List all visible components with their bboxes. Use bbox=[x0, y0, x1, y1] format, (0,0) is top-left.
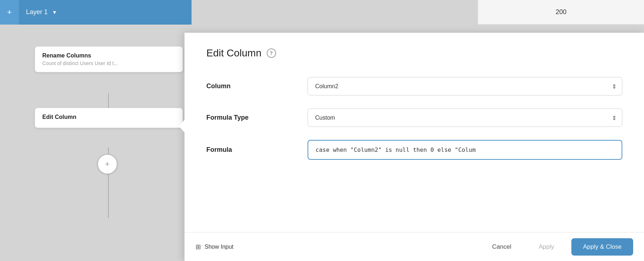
formula-input[interactable] bbox=[308, 140, 622, 160]
rename-columns-node[interactable]: Rename Columns Count of distinct Users U… bbox=[35, 46, 183, 72]
column-width-value: 200 bbox=[555, 8, 566, 16]
add-layer-button[interactable]: + bbox=[0, 0, 19, 25]
show-input-label: Show Input bbox=[205, 244, 233, 250]
dialog-title-row: Edit Column ? bbox=[206, 47, 622, 59]
connector-line-2 bbox=[108, 93, 109, 110]
help-icon-label: ? bbox=[270, 50, 273, 56]
right-number-area: 200 bbox=[478, 0, 644, 25]
layer-tab[interactable]: Layer 1 ▼ bbox=[19, 0, 192, 25]
formula-type-label: Formula Type bbox=[206, 114, 308, 121]
help-button[interactable]: ? bbox=[267, 48, 276, 58]
dialog-footer: ⊞ Show Input Cancel Apply Apply & Close bbox=[185, 232, 644, 261]
dialog-arrow bbox=[179, 120, 185, 133]
rename-columns-subtitle: Count of distinct Users User Id t... bbox=[42, 60, 175, 66]
layer-arrow-icon: ▼ bbox=[52, 9, 57, 15]
edit-column-dialog: Edit Column ? Column Column2 ⇕ Formula T… bbox=[184, 33, 644, 261]
column-select[interactable]: Column2 bbox=[308, 77, 622, 95]
formula-label: Formula bbox=[206, 146, 308, 154]
show-input-button[interactable]: ⊞ Show Input bbox=[196, 243, 331, 251]
pipeline-area: Rename Columns Count of distinct Users U… bbox=[0, 25, 192, 261]
formula-type-select[interactable]: Custom bbox=[308, 108, 622, 127]
dialog-content: Edit Column ? Column Column2 ⇕ Formula T… bbox=[185, 33, 644, 232]
edit-column-title: Edit Column bbox=[42, 114, 175, 120]
formula-type-select-wrapper: Custom ⇕ bbox=[308, 108, 622, 127]
top-bar: + Layer 1 ▼ bbox=[0, 0, 192, 25]
edit-column-node[interactable]: Edit Column bbox=[35, 108, 183, 128]
formula-input-wrapper bbox=[308, 140, 622, 160]
connector-line-bottom bbox=[108, 175, 109, 218]
dialog-title: Edit Column bbox=[206, 47, 262, 59]
plus-icon: + bbox=[105, 160, 110, 168]
rename-columns-title: Rename Columns bbox=[42, 52, 175, 59]
formula-field-row: Formula bbox=[206, 140, 622, 160]
apply-close-button[interactable]: Apply & Close bbox=[571, 238, 633, 256]
table-icon: ⊞ bbox=[196, 243, 201, 251]
formula-type-field-row: Formula Type Custom ⇕ bbox=[206, 108, 622, 127]
apply-button[interactable]: Apply bbox=[529, 238, 564, 256]
add-icon: + bbox=[7, 8, 12, 17]
column-label: Column bbox=[206, 82, 308, 90]
column-field-row: Column Column2 ⇕ bbox=[206, 77, 622, 95]
add-node-button[interactable]: + bbox=[97, 154, 117, 174]
layer-label: Layer 1 bbox=[26, 8, 48, 16]
cancel-button[interactable]: Cancel bbox=[482, 238, 521, 256]
column-select-wrapper: Column2 ⇕ bbox=[308, 77, 622, 95]
